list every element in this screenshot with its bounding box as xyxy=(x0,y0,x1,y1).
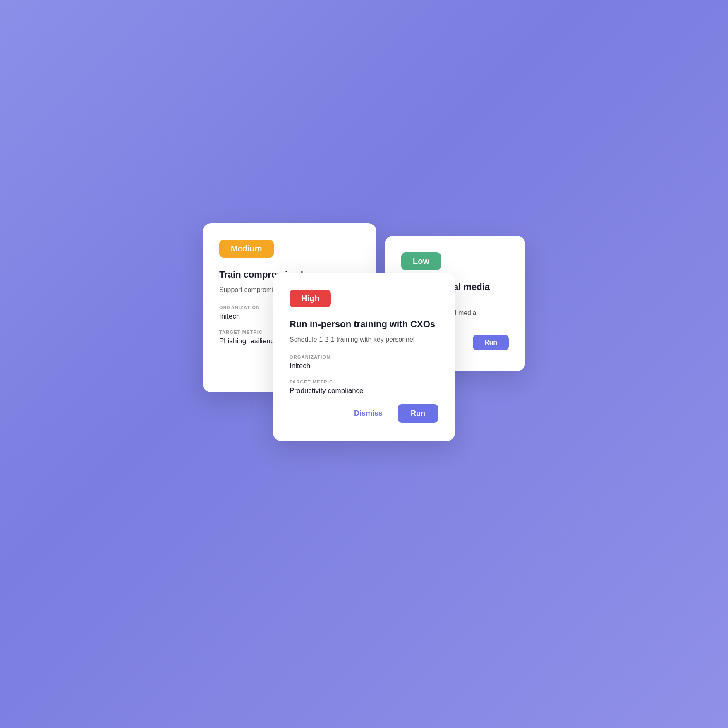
high-card-actions: Dismiss Run xyxy=(290,404,438,423)
high-metric-value: Productivity compliance xyxy=(290,387,438,395)
high-card-title: Run in-person training with CXOs xyxy=(290,319,438,330)
high-card-description: Schedule 1-2-1 training with key personn… xyxy=(290,335,438,345)
medium-badge: Medium xyxy=(219,240,274,258)
card-high: High Run in-person training with CXOs Sc… xyxy=(273,273,455,441)
low-badge: Low xyxy=(401,252,441,270)
low-run-button[interactable]: Run xyxy=(473,335,509,350)
high-dismiss-button[interactable]: Dismiss xyxy=(347,405,389,422)
high-badge: High xyxy=(290,290,331,307)
high-run-button[interactable]: Run xyxy=(398,404,438,423)
high-org-value: Initech xyxy=(290,362,438,370)
high-metric-label: TARGET METRIC xyxy=(290,379,438,384)
cards-stack: Medium Train compromised users Support c… xyxy=(203,215,525,513)
high-org-label: ORGANIZATION xyxy=(290,354,438,359)
